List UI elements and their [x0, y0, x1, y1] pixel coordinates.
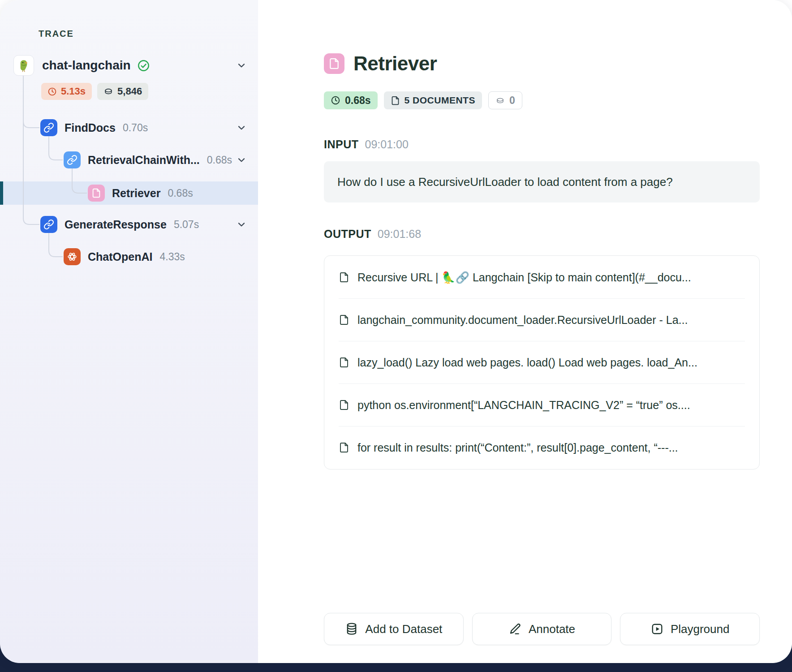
action-bar: Add to Dataset Annotate Playground	[324, 613, 760, 645]
chain-link-icon	[40, 119, 57, 136]
chain-link-icon	[64, 151, 81, 168]
trace-section-label: TRACE	[39, 29, 74, 39]
button-label: Add to Dataset	[365, 622, 442, 636]
tokens-badge: 0	[488, 91, 522, 109]
tokens-value: 0	[509, 95, 515, 107]
document-text: lazy_load() Lazy load web pages. load() …	[357, 356, 697, 369]
document-text: python os.environment[“LANGCHAIN_TRACING…	[357, 399, 690, 412]
document-row[interactable]: Recursive URL | 🦜🔗 Langchain [Skip to ma…	[324, 256, 759, 298]
latency-value: 0.68s	[345, 95, 371, 107]
output-documents-list: Recursive URL | 🦜🔗 Langchain [Skip to ma…	[324, 255, 760, 470]
document-icon	[339, 442, 349, 453]
tree-node-label: Retriever	[112, 187, 160, 200]
input-label: INPUT	[324, 138, 359, 151]
token-icon	[495, 96, 505, 105]
input-section-header: INPUT 09:01:00	[324, 138, 409, 151]
tree-row-generateresponse[interactable]: GenerateResponse 5.07s	[40, 215, 247, 234]
document-icon	[339, 357, 349, 368]
latency-badge: 0.68s	[324, 91, 378, 109]
latency-value: 5.13s	[61, 86, 86, 97]
document-row[interactable]: python os.environment[“LANGCHAIN_TRACING…	[324, 384, 759, 426]
tree-node-label: RetrievalChainWith...	[88, 154, 200, 167]
input-text: How do I use a RecursiveUrlLoader to loa…	[337, 175, 673, 189]
run-title: Retriever	[353, 52, 437, 75]
tree-row-chatopenai[interactable]: ChatOpenAI 4.33s	[64, 247, 247, 267]
clock-icon	[331, 95, 340, 105]
tree-row-root[interactable]: chat-langchain	[13, 56, 247, 75]
document-text: Recursive URL | 🦜🔗 Langchain [Skip to ma…	[357, 271, 691, 284]
documents-badge: 5 DOCUMENTS	[384, 91, 482, 109]
clock-icon	[47, 87, 57, 96]
tree-node-label: FindDocs	[65, 121, 116, 134]
playground-button[interactable]: Playground	[620, 613, 760, 645]
tree-node-label: GenerateResponse	[65, 218, 167, 231]
add-to-dataset-button[interactable]: Add to Dataset	[324, 613, 464, 645]
tree-row-retriever[interactable]: Retriever 0.68s	[88, 183, 247, 203]
document-text: for result in results: print(“Content:”,…	[357, 441, 678, 454]
openai-icon	[64, 248, 81, 265]
trace-sidebar: TRACE chat-langchain	[0, 0, 258, 663]
tokens-badge: 5,846	[97, 83, 148, 100]
run-header: Retriever	[324, 52, 437, 75]
parrot-icon	[13, 55, 34, 76]
tree-node-duration: 0.70s	[123, 122, 148, 134]
tokens-value: 5,846	[117, 86, 142, 97]
tree-node-duration: 0.68s	[207, 154, 232, 166]
document-icon	[391, 96, 400, 105]
documents-value: 5 DOCUMENTS	[405, 95, 475, 106]
play-icon	[650, 622, 664, 636]
chevron-down-icon[interactable]	[236, 60, 247, 71]
check-circle-icon	[137, 59, 150, 72]
output-label: OUTPUT	[324, 228, 371, 241]
document-icon	[88, 185, 105, 202]
chevron-down-icon[interactable]	[236, 154, 247, 166]
document-row[interactable]: for result in results: print(“Content:”,…	[324, 426, 759, 469]
root-metrics: 5.13s 5,846	[41, 83, 148, 100]
chain-link-icon	[40, 216, 57, 233]
app-card: TRACE chat-langchain	[0, 0, 792, 663]
input-value: How do I use a RecursiveUrlLoader to loa…	[324, 161, 760, 202]
button-label: Annotate	[529, 622, 575, 636]
document-icon	[339, 314, 349, 325]
tree-node-duration: 0.68s	[168, 187, 193, 199]
latency-badge: 5.13s	[41, 83, 92, 100]
tree-node-duration: 5.07s	[174, 219, 199, 231]
tree-root-label: chat-langchain	[42, 58, 131, 73]
document-text: langchain_community.document_loader.Recu…	[357, 314, 688, 327]
tree-row-retrievalchain[interactable]: RetrievalChainWith... 0.68s	[64, 150, 247, 170]
output-timestamp: 09:01:68	[378, 228, 421, 241]
document-row[interactable]: lazy_load() Lazy load web pages. load() …	[324, 341, 759, 383]
document-icon	[339, 272, 349, 283]
chevron-down-icon[interactable]	[236, 219, 247, 230]
button-label: Playground	[671, 622, 730, 636]
token-icon	[103, 86, 113, 96]
database-icon	[345, 622, 358, 636]
tree-node-duration: 4.33s	[159, 251, 185, 263]
detail-panel: Retriever 0.68s 5 DOCUMENTS	[258, 0, 792, 663]
run-metrics: 0.68s 5 DOCUMENTS 0	[324, 91, 522, 109]
chevron-down-icon[interactable]	[236, 122, 247, 134]
document-row[interactable]: langchain_community.document_loader.Recu…	[324, 299, 759, 341]
document-icon	[324, 53, 344, 74]
tree-node-label: ChatOpenAI	[88, 250, 152, 263]
pen-icon	[508, 622, 522, 636]
output-section-header: OUTPUT 09:01:68	[324, 228, 421, 241]
input-timestamp: 09:01:00	[365, 138, 409, 151]
annotate-button[interactable]: Annotate	[472, 613, 612, 645]
document-icon	[339, 400, 349, 410]
tree-row-finddocs[interactable]: FindDocs 0.70s	[40, 118, 247, 138]
